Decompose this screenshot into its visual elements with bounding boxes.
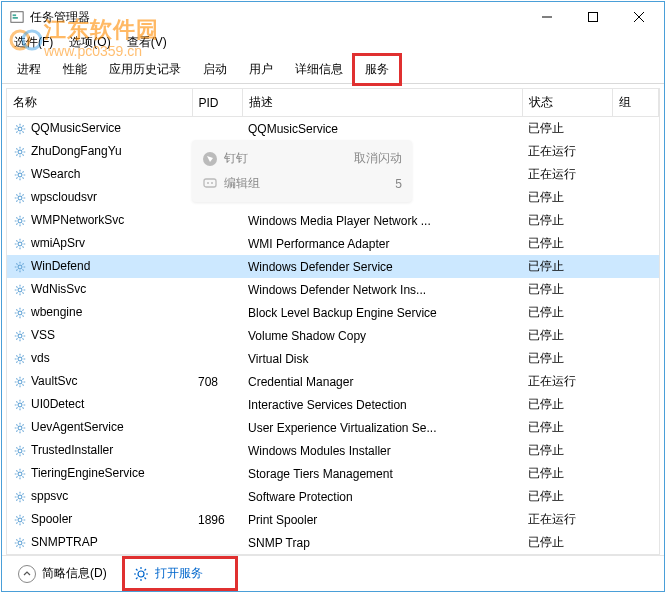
service-pid — [192, 439, 242, 462]
service-name: UI0Detect — [31, 397, 84, 411]
gear-icon — [13, 122, 27, 136]
gear-icon — [13, 168, 27, 182]
service-pid — [192, 347, 242, 370]
table-row[interactable]: VaultSvc708Credential Manager正在运行 — [7, 370, 659, 393]
table-row[interactable]: wmiApSrvWMI Performance Adapter已停止 — [7, 232, 659, 255]
table-row[interactable]: sppsvcSoftware Protection已停止 — [7, 485, 659, 508]
service-group — [612, 324, 659, 347]
svg-rect-6 — [589, 13, 598, 22]
tab-2[interactable]: 应用历史记录 — [98, 55, 192, 84]
service-group — [612, 117, 659, 141]
service-desc: Credential Manager — [242, 370, 522, 393]
service-pid — [192, 485, 242, 508]
svg-point-23 — [18, 449, 22, 453]
service-desc: WMI Performance Adapter — [242, 232, 522, 255]
svg-point-9 — [18, 127, 22, 131]
col-header-pid[interactable]: PID — [192, 89, 242, 117]
service-status: 已停止 — [522, 416, 612, 439]
svg-point-34 — [138, 571, 144, 577]
service-desc: SNMP Trap — [242, 531, 522, 554]
service-desc: Interactive Services Detection — [242, 393, 522, 416]
service-name: sppsvc — [31, 489, 68, 503]
open-services-label: 打开服务 — [155, 565, 203, 582]
service-name: vds — [31, 351, 50, 365]
service-group — [612, 186, 659, 209]
service-name: UevAgentService — [31, 420, 124, 434]
service-name: wpscloudsvr — [31, 190, 97, 204]
notif-count: 5 — [395, 177, 402, 191]
service-name: wbengine — [31, 305, 82, 319]
table-row[interactable]: vdsVirtual Disk已停止 — [7, 347, 659, 370]
table-row[interactable]: WinDefendWindows Defender Service已停止 — [7, 255, 659, 278]
gear-icon — [13, 375, 27, 389]
service-name: WdNisSvc — [31, 282, 86, 296]
tab-1[interactable]: 性能 — [52, 55, 98, 84]
service-group — [612, 163, 659, 186]
col-header-desc[interactable]: 描述 — [242, 89, 522, 117]
service-name: Spooler — [31, 512, 72, 526]
table-row[interactable]: TieringEngineServiceStorage Tiers Manage… — [7, 462, 659, 485]
footer: 简略信息(D) 打开服务 — [2, 555, 664, 591]
tab-3[interactable]: 启动 — [192, 55, 238, 84]
menu-options[interactable]: 选项(O) — [63, 32, 116, 53]
service-status: 已停止 — [522, 347, 612, 370]
service-status: 已停止 — [522, 232, 612, 255]
menu-file[interactable]: 选件(F) — [8, 32, 59, 53]
svg-point-12 — [18, 196, 22, 200]
close-button[interactable] — [616, 2, 662, 32]
gear-icon — [13, 214, 27, 228]
tab-5[interactable]: 详细信息 — [284, 55, 354, 84]
tab-4[interactable]: 用户 — [238, 55, 284, 84]
svg-point-27 — [18, 541, 22, 545]
col-header-group[interactable]: 组 — [612, 89, 659, 117]
table-row[interactable]: wbengineBlock Level Backup Engine Servic… — [7, 301, 659, 324]
menu-view[interactable]: 查看(V) — [121, 32, 173, 53]
tab-0[interactable]: 进程 — [6, 55, 52, 84]
svg-point-32 — [207, 182, 209, 184]
window-title: 任务管理器 — [30, 9, 524, 26]
tabbar: 进程性能应用历史记录启动用户详细信息服务 — [2, 54, 664, 84]
table-row[interactable]: UI0DetectInteractive Services Detection已… — [7, 393, 659, 416]
col-header-status[interactable]: 状态 — [522, 89, 612, 117]
gear-icon — [13, 490, 27, 504]
service-group — [612, 209, 659, 232]
svg-point-10 — [18, 150, 22, 154]
service-pid — [192, 209, 242, 232]
maximize-button[interactable] — [570, 2, 616, 32]
service-name: ZhuDongFangYu — [31, 144, 122, 158]
service-pid — [192, 255, 242, 278]
table-row[interactable]: TrustedInstallerWindows Modules Installe… — [7, 439, 659, 462]
service-desc: Windows Defender Network Ins... — [242, 278, 522, 301]
tab-6[interactable]: 服务 — [354, 55, 400, 84]
service-status: 正在运行 — [522, 163, 612, 186]
table-row[interactable]: QQMusicServiceQQMusicService已停止 — [7, 117, 659, 141]
service-name: WSearch — [31, 167, 80, 181]
minimize-button[interactable] — [524, 2, 570, 32]
notif-cancel-flash[interactable]: 取消闪动 — [354, 150, 402, 167]
service-pid — [192, 531, 242, 554]
gear-icon — [13, 536, 27, 550]
notification-overlay: 钉钉 取消闪动 编辑组 5 — [192, 140, 412, 202]
svg-rect-31 — [204, 179, 216, 187]
svg-point-22 — [18, 426, 22, 430]
brief-info-label: 简略信息(D) — [42, 565, 107, 582]
service-status: 正在运行 — [522, 508, 612, 531]
col-header-name[interactable]: 名称 — [7, 89, 192, 117]
service-name: QQMusicService — [31, 121, 121, 135]
service-desc: Volume Shadow Copy — [242, 324, 522, 347]
table-row[interactable]: Spooler1896Print Spooler正在运行 — [7, 508, 659, 531]
task-manager-window: 任务管理器 选件(F) 选项(O) 查看(V) 进程性能应用历史记录启动用户详细… — [1, 1, 665, 592]
service-desc: Software Protection — [242, 485, 522, 508]
gear-icon — [13, 306, 27, 320]
table-row[interactable]: VSSVolume Shadow Copy已停止 — [7, 324, 659, 347]
table-row[interactable]: UevAgentServiceUser Experience Virtualiz… — [7, 416, 659, 439]
brief-info-button[interactable]: 简略信息(D) — [12, 561, 113, 587]
notif-edit-group-label[interactable]: 编辑组 — [224, 175, 260, 192]
table-row[interactable]: WMPNetworkSvcWindows Media Player Networ… — [7, 209, 659, 232]
table-row[interactable]: WdNisSvcWindows Defender Network Ins...已… — [7, 278, 659, 301]
service-group — [612, 140, 659, 163]
service-pid — [192, 393, 242, 416]
table-row[interactable]: SNMPTRAPSNMP Trap已停止 — [7, 531, 659, 554]
svg-point-15 — [18, 265, 22, 269]
open-services-button[interactable]: 打开服务 — [127, 561, 233, 586]
